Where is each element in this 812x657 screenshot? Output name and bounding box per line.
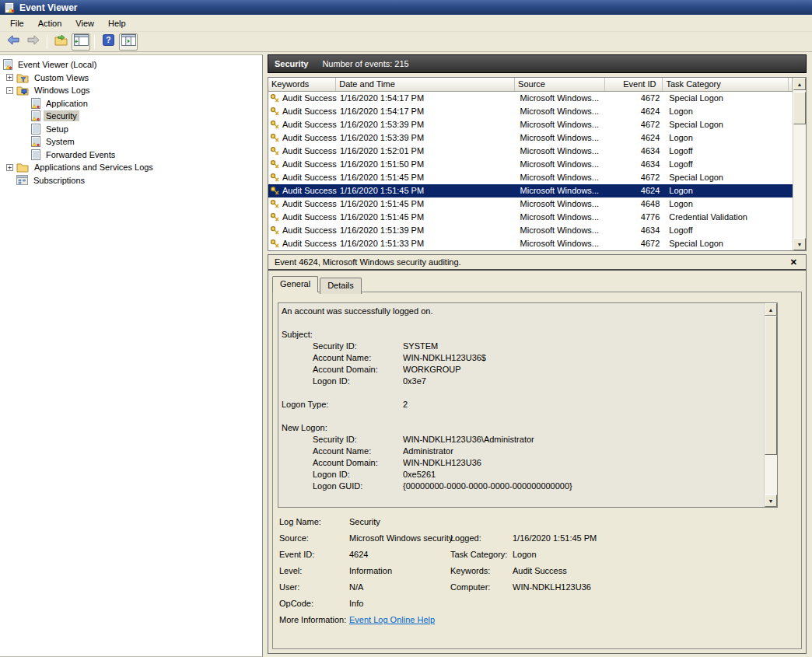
tree-item-custom-views[interactable]: +Custom Views <box>0 72 262 85</box>
tree-item-setup[interactable]: Setup <box>0 123 262 136</box>
event-row[interactable]: Audit Success1/16/2020 1:54:17 PMMicroso… <box>268 92 793 105</box>
source-cell: Microsoft Windows... <box>517 237 608 250</box>
column-header-task-category[interactable]: Task Category <box>663 78 789 91</box>
back-button[interactable] <box>4 33 23 51</box>
property-row: More Information:Event Log Online Help <box>279 615 795 631</box>
key-icon <box>270 173 280 183</box>
menu-view[interactable]: View <box>68 16 101 30</box>
property-label: OpCode: <box>279 599 313 608</box>
key-icon <box>270 120 280 130</box>
tree-item-applications-and-services-logs[interactable]: +Applications and Services Logs <box>0 161 262 174</box>
tree-item-application[interactable]: Application <box>0 97 262 110</box>
event-row[interactable]: Audit Success1/16/2020 1:51:50 PMMicroso… <box>268 158 793 171</box>
property-row: OpCode:Info <box>279 599 795 615</box>
action-pane-toggle-button[interactable] <box>119 33 138 51</box>
datetime-cell: 1/16/2020 1:51:50 PM <box>337 158 517 171</box>
event-row[interactable]: Audit Success1/16/2020 1:51:45 PMMicroso… <box>268 211 793 224</box>
scrollbar-track[interactable] <box>765 316 777 494</box>
forward-arrow-icon <box>26 34 40 49</box>
column-header-date-and-time[interactable]: Date and Time <box>336 78 515 91</box>
task-category-cell: Logon <box>666 197 793 211</box>
tab-general[interactable]: General <box>272 276 318 292</box>
close-icon[interactable]: ✕ <box>788 257 800 267</box>
collapse-icon[interactable]: - <box>6 87 13 94</box>
property-label: Source: <box>279 533 309 543</box>
description-line: Account Name:WIN-NDKLH123U36$ <box>282 352 764 364</box>
event-list-scrollbar[interactable]: ▲ ▼ <box>793 78 806 250</box>
keywords-cell: Audit Success <box>282 171 337 184</box>
menu-file[interactable]: File <box>3 16 31 30</box>
property-row: Event ID:4624Task Category:Logon <box>279 550 795 566</box>
event-id-cell: 4672 <box>607 118 666 131</box>
tree-item-subscriptions[interactable]: Subscriptions <box>0 174 262 187</box>
event-id-cell: 4648 <box>607 197 666 211</box>
key-icon <box>270 186 280 196</box>
folder-icon <box>16 162 29 173</box>
console-tree-toggle-button[interactable] <box>72 33 90 51</box>
open-folder-icon <box>54 34 68 49</box>
event-list: KeywordsDate and TimeSourceEvent IDTask … <box>268 77 807 251</box>
expand-icon[interactable]: + <box>6 74 13 81</box>
menu-help[interactable]: Help <box>101 16 133 30</box>
property-label: User: <box>279 582 299 592</box>
key-icon <box>270 107 280 117</box>
expand-icon[interactable]: + <box>6 164 13 171</box>
scroll-up-button[interactable]: ▲ <box>793 78 806 90</box>
event-row[interactable]: Audit Success1/16/2020 1:53:39 PMMicroso… <box>268 118 793 131</box>
tree-item-security[interactable]: Security <box>0 110 262 123</box>
datetime-cell: 1/16/2020 1:54:17 PM <box>337 105 517 118</box>
column-header-keywords[interactable]: Keywords <box>268 78 336 91</box>
keywords-cell: Audit Success <box>282 105 337 118</box>
source-cell: Microsoft Windows... <box>517 224 608 237</box>
property-label: Log Name: <box>279 517 321 526</box>
scroll-down-button[interactable]: ▼ <box>765 494 777 507</box>
keywords-cell: Audit Success <box>282 224 337 237</box>
event-row[interactable]: Audit Success1/16/2020 1:53:39 PMMicroso… <box>268 131 793 145</box>
column-header-source[interactable]: Source <box>515 78 605 91</box>
preview-pane-header: Event 4624, Microsoft Windows security a… <box>268 255 806 271</box>
column-header-event-id[interactable]: Event ID <box>605 78 663 91</box>
scrollbar-thumb[interactable] <box>793 92 806 124</box>
key-icon <box>270 199 280 209</box>
toolbar-separator <box>94 35 95 49</box>
scrollbar-track[interactable] <box>793 90 806 238</box>
event-row[interactable]: Audit Success1/16/2020 1:52:01 PMMicroso… <box>268 145 793 158</box>
event-count-label: Number of events: 215 <box>322 59 408 68</box>
event-log-online-help-link[interactable]: Event Log Online Help <box>349 615 435 624</box>
tab-details[interactable]: Details <box>320 278 362 294</box>
event-row[interactable]: Audit Success1/16/2020 1:51:45 PMMicroso… <box>268 184 793 197</box>
open-saved-log-button[interactable] <box>51 33 70 51</box>
task-category-cell: Logon <box>666 131 793 145</box>
datetime-cell: 1/16/2020 1:53:39 PM <box>337 131 517 145</box>
property-value: Microsoft Windows security <box>349 533 453 543</box>
keywords-cell: Audit Success <box>282 158 337 171</box>
scroll-down-button[interactable]: ▼ <box>793 238 806 250</box>
forward-button[interactable] <box>24 33 43 51</box>
event-row[interactable]: Audit Success1/16/2020 1:51:45 PMMicroso… <box>268 171 793 184</box>
scrollbar-thumb[interactable] <box>765 316 777 455</box>
scroll-up-button[interactable]: ▲ <box>765 303 777 316</box>
event-description-text: An account was successfully logged on.Su… <box>278 303 764 507</box>
description-scrollbar[interactable]: ▲ ▼ <box>764 303 777 507</box>
event-row[interactable]: Audit Success1/16/2020 1:54:17 PMMicroso… <box>268 105 793 118</box>
property-label: Task Category: <box>450 550 507 559</box>
event-row[interactable]: Audit Success1/16/2020 1:51:33 PMMicroso… <box>268 237 793 250</box>
task-category-cell: Special Logon <box>666 237 793 250</box>
tree-item-system[interactable]: System <box>0 135 262 149</box>
tree-item-event-viewer-local[interactable]: Event Viewer (Local) <box>0 58 262 72</box>
tree-item-forwarded-events[interactable]: Forwarded Events <box>0 149 262 162</box>
subscriptions-icon <box>16 175 28 185</box>
action-pane-icon <box>121 34 136 49</box>
description-line: Logon ID:0xe5261 <box>282 469 764 481</box>
event-row[interactable]: Audit Success1/16/2020 1:51:39 PMMicroso… <box>268 224 793 237</box>
event-row[interactable]: Audit Success1/16/2020 1:51:45 PMMicroso… <box>268 197 793 211</box>
description-line: Logon ID:0x3e7 <box>282 376 764 387</box>
description-label: Security ID: <box>313 341 357 351</box>
property-row: Log Name:Security <box>279 517 795 533</box>
tree-item-label: Custom Views <box>32 72 91 83</box>
back-arrow-icon <box>6 34 20 49</box>
menu-action[interactable]: Action <box>31 16 69 30</box>
description-label: Logon GUID: <box>313 481 362 491</box>
help-button[interactable]: ? <box>99 33 117 51</box>
tree-item-windows-logs[interactable]: -Windows Logs <box>0 84 262 97</box>
